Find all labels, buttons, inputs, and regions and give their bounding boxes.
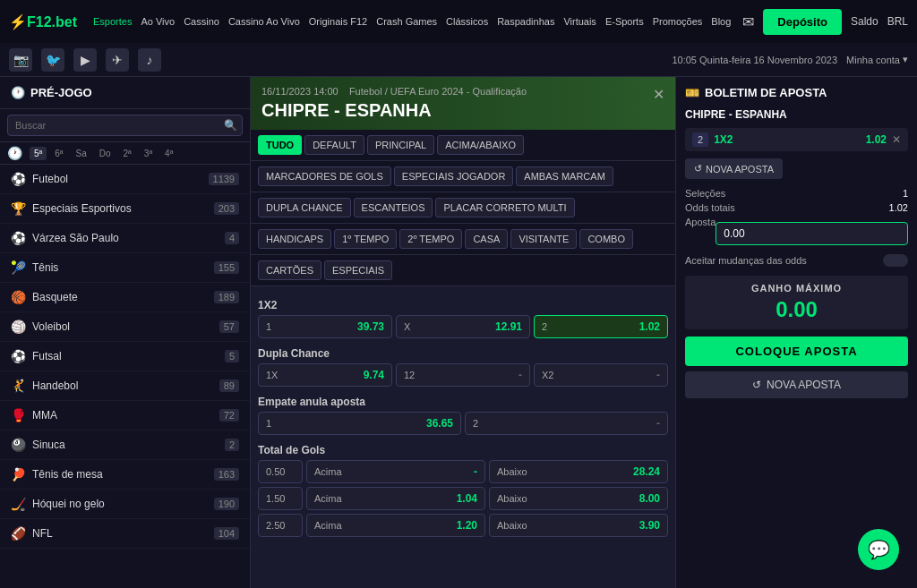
refresh-icon-sm: ↺	[694, 163, 702, 175]
odd-dupla-1X[interactable]: 1X9.74	[258, 363, 392, 387]
tab-especiais[interactable]: ESPECIAIS	[324, 260, 392, 280]
nova-aposta-small-button[interactable]: ↺ NOVA APOSTA	[685, 158, 783, 179]
twitter-icon[interactable]: 🐦	[41, 48, 64, 72]
odd-empate-1[interactable]: 136.65	[258, 412, 461, 435]
nav-link-clássicos[interactable]: Clássicos	[446, 16, 488, 27]
total-line-1.50: 1.50	[258, 487, 303, 510]
aposta-input[interactable]	[716, 222, 908, 245]
tab-placar-correto-multi[interactable]: PLACAR CORRETO MULTI	[435, 198, 574, 217]
sidebar-item-mma[interactable]: 🥊 MMA 72	[0, 401, 250, 430]
sidebar-item-handebol[interactable]: 🤾 Handebol 89	[0, 371, 250, 401]
tab-2º-tempo[interactable]: 2º TEMPO	[399, 229, 462, 249]
tab-principal[interactable]: PRINCIPAL	[367, 135, 434, 155]
sidebar-item-basquete[interactable]: 🏀 Basquete 189	[0, 283, 250, 312]
day-filter-2ª[interactable]: 2ª	[119, 147, 136, 160]
total-acima-0.50[interactable]: Acima -	[306, 460, 485, 483]
sport-count: 2	[225, 439, 239, 451]
nav-link-virtuais[interactable]: Virtuais	[563, 16, 596, 27]
nova-aposta-sm-label: NOVA APOSTA	[706, 164, 774, 175]
total-abaixo-0.50[interactable]: Abaixo 28.24	[489, 460, 668, 483]
total-abaixo-1.50[interactable]: Abaixo 8.00	[489, 487, 668, 510]
mail-icon[interactable]: ✉	[742, 13, 754, 30]
tab-1º-tempo[interactable]: 1º TEMPO	[334, 229, 397, 249]
odd-empate-2[interactable]: 2-	[465, 412, 668, 435]
nav-link-ao-vivo[interactable]: Ao Vivo	[141, 16, 175, 27]
instagram-icon[interactable]: 📷	[9, 48, 32, 72]
sport-count: 163	[214, 468, 239, 481]
sport-count: 155	[214, 261, 239, 274]
odd-dupla-12[interactable]: 12-	[396, 363, 530, 387]
tab-ambas-marcam[interactable]: AMBAS MARCAM	[516, 166, 613, 186]
clock-filter-icon[interactable]: 🕐	[7, 146, 22, 160]
coloque-aposta-button[interactable]: COLOQUE APOSTA	[685, 337, 908, 366]
sidebar-item-futsal[interactable]: ⚽ Futsal 5	[0, 342, 250, 371]
day-filter-3ª[interactable]: 3ª	[140, 147, 157, 160]
tab-escanteios[interactable]: ESCANTEIOS	[354, 198, 433, 217]
tab-marcadores-de-gols[interactable]: MARCADORES DE GOLS	[258, 166, 391, 186]
sidebar-item-voleibol[interactable]: 🏐 Voleibol 57	[0, 312, 250, 342]
nav-link-originais-f12[interactable]: Originais F12	[309, 16, 367, 27]
nav-link-cassino-ao-vivo[interactable]: Cassino Ao Vivo	[228, 16, 300, 27]
match-info: 16/11/2023 14:00 Futebol / UEFA Euro 202…	[261, 86, 527, 97]
tab-handicaps[interactable]: HANDICAPS	[258, 229, 331, 249]
search-input[interactable]	[7, 115, 243, 136]
youtube-icon[interactable]: ▶	[73, 48, 97, 72]
tab-acima/abaixo[interactable]: ACIMA/ABAIXO	[437, 135, 524, 155]
bet-sel-close-button[interactable]: ✕	[892, 133, 901, 146]
tab-cartões[interactable]: CARTÕES	[258, 260, 321, 280]
day-filter-Sa[interactable]: Sa	[72, 147, 91, 160]
sidebar-item-hóquei-no-gelo[interactable]: 🏒 Hóquei no gelo 190	[0, 490, 250, 519]
match-time: 14:00	[313, 86, 339, 97]
nav-link-cassino[interactable]: Cassino	[184, 16, 219, 27]
sidebar-item-especiais-esportivos[interactable]: 🏆 Especiais Esportivos 203	[0, 194, 250, 224]
tab-casa[interactable]: CASA	[465, 229, 508, 249]
acima-value: 1.20	[457, 519, 477, 532]
tab-combo[interactable]: COMBO	[579, 229, 633, 249]
bet-selection: 2 1X2 1.02 ✕	[685, 128, 908, 151]
topbar: ⚡F12.bet EsportesAo VivoCassinoCassino A…	[0, 0, 917, 43]
boletim-icon: 🎫	[685, 86, 699, 99]
nav-link-raspadinhas[interactable]: Raspadinhas	[497, 16, 554, 27]
sidebar-item-futebol[interactable]: ⚽ Futebol 1139	[0, 165, 250, 194]
sidebar-item-tênis[interactable]: 🎾 Tênis 155	[0, 253, 250, 283]
close-match-button[interactable]: ✕	[653, 86, 664, 103]
total-acima-2.50[interactable]: Acima 1.20	[306, 514, 485, 537]
day-filter-Do[interactable]: Do	[95, 147, 116, 160]
odd-dupla-X2[interactable]: X2-	[534, 363, 668, 387]
day-filter-5ª[interactable]: 5ª	[30, 147, 47, 160]
tab-visitante[interactable]: VISITANTE	[510, 229, 577, 249]
deposit-button[interactable]: Depósito	[763, 9, 842, 35]
tab-tudo[interactable]: TUDO	[258, 135, 302, 155]
minha-conta-link[interactable]: Minha conta ▾	[846, 54, 908, 65]
tab-dupla-chance[interactable]: DUPLA CHANCE	[258, 198, 351, 217]
nav-link-crash-games[interactable]: Crash Games	[376, 16, 437, 27]
day-filter-6ª[interactable]: 6ª	[50, 147, 67, 160]
nav-link-promoções[interactable]: Promoções	[653, 16, 703, 27]
odd-1x2-1[interactable]: 139.73	[258, 315, 392, 338]
odd-label: 2	[473, 418, 478, 429]
line-label: 2.50	[266, 520, 285, 531]
sidebar-item-sinuca[interactable]: 🎱 Sinuca 2	[0, 430, 250, 460]
odd-1x2-X[interactable]: X12.91	[396, 315, 530, 338]
odd-label: X2	[542, 370, 553, 380]
sidebar-item-tênis-de-mesa[interactable]: 🏓 Tênis de mesa 163	[0, 460, 250, 490]
total-acima-1.50[interactable]: Acima 1.04	[306, 487, 485, 510]
sidebar-item-nfl[interactable]: 🏈 NFL 104	[0, 519, 250, 549]
nav-link-blog[interactable]: Blog	[711, 16, 731, 27]
odd-1x2-2[interactable]: 21.02	[534, 315, 668, 338]
telegram-icon[interactable]: ✈	[106, 48, 129, 72]
nova-aposta-button[interactable]: ↺ NOVA APOSTA	[685, 371, 908, 398]
tiktok-icon[interactable]: ♪	[138, 48, 161, 72]
logo[interactable]: ⚡F12.bet	[9, 13, 77, 30]
chat-button[interactable]: 💬	[858, 529, 899, 570]
lang-selector[interactable]: BRL	[887, 15, 908, 28]
sidebar-item-várzea-são-paulo[interactable]: ⚽ Várzea São Paulo 4	[0, 224, 250, 253]
nav-link-esportes[interactable]: Esportes	[93, 16, 132, 27]
section-1x2-title: 1X2	[258, 294, 668, 315]
total-abaixo-2.50[interactable]: Abaixo 3.90	[489, 514, 668, 537]
tab-default[interactable]: DEFAULT	[304, 135, 364, 155]
tab-especiais-jogador[interactable]: ESPECIAIS JOGADOR	[394, 166, 514, 186]
aceitar-toggle[interactable]	[883, 254, 908, 267]
nav-link-e-sports[interactable]: E-Sports	[605, 16, 644, 27]
day-filter-4ª[interactable]: 4ª	[160, 147, 177, 160]
